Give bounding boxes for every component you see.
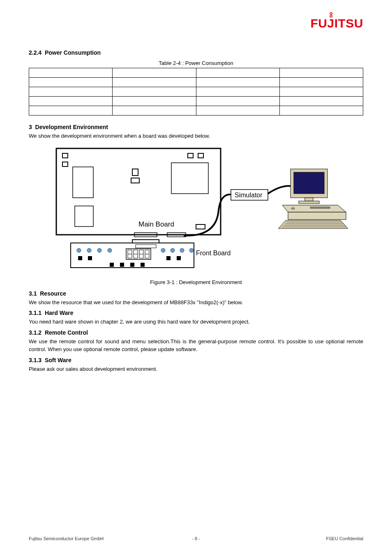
main-board-label: Main Board (138, 220, 174, 228)
body-text: Please ask our sales about development e… (29, 365, 363, 373)
section-heading: Remote Control (45, 329, 88, 336)
svg-point-22 (189, 248, 194, 252)
table-row (29, 97, 363, 106)
section-number: 3.1 (29, 290, 37, 297)
section-number: 3.1.2 (29, 329, 42, 336)
footer-right: FSEU Confidential (326, 536, 364, 541)
svg-rect-34 (110, 263, 114, 267)
section-hardware: 3.1.1 Hard Ware (29, 310, 363, 316)
svg-rect-35 (120, 263, 124, 267)
svg-point-19 (161, 248, 165, 252)
svg-rect-14 (136, 245, 156, 248)
svg-rect-1 (62, 153, 68, 158)
figure-caption: Figure 3-1 : Development Environment (29, 279, 363, 285)
svg-rect-6 (171, 163, 208, 194)
svg-rect-32 (78, 256, 82, 260)
svg-point-47 (291, 207, 295, 210)
svg-rect-42 (294, 172, 324, 194)
svg-rect-37 (141, 263, 145, 267)
svg-rect-46 (310, 207, 330, 208)
section-number: 2.2.4 (29, 49, 42, 56)
section-software: 3.1.3 Soft Ware (29, 357, 363, 363)
table-row (29, 87, 363, 97)
section-power-consumption: 2.2.4 Power Consumption (29, 49, 363, 56)
power-consumption-table (29, 68, 363, 116)
svg-rect-43 (305, 198, 313, 201)
fujitsu-logo: FUJITSU (310, 16, 363, 30)
section-heading: Soft Ware (45, 357, 71, 363)
section-number: 3.1.3 (29, 357, 42, 363)
svg-rect-3 (188, 153, 193, 158)
table-row (29, 68, 363, 78)
svg-point-16 (87, 248, 91, 252)
svg-rect-45 (288, 212, 346, 220)
section-heading: Power Consumption (45, 49, 101, 56)
svg-rect-9 (75, 206, 93, 227)
body-text: We show the development environment when… (29, 132, 363, 140)
svg-rect-10 (196, 224, 205, 229)
svg-point-15 (77, 248, 81, 252)
section-heading: Development Environment (35, 124, 108, 130)
dev-env-diagram: Main Board (44, 144, 348, 276)
svg-point-20 (171, 248, 175, 252)
svg-rect-33 (88, 256, 92, 260)
section-dev-env: 3 Development Environment (29, 124, 363, 130)
svg-rect-8 (131, 178, 139, 183)
section-remote-control: 3.1.2 Remote Control (29, 329, 363, 336)
section-heading: Hard Ware (45, 310, 74, 316)
simulator-label: Simulator (235, 192, 263, 199)
section-resource: 3.1 Resource (29, 290, 363, 297)
svg-rect-39 (177, 256, 181, 260)
page-footer: Fujitsu Semiconductor Europe GmbH - 8 - … (29, 536, 363, 541)
body-text: We show the resource that we used for th… (29, 298, 363, 307)
body-text: You need hard ware shown in chapter 2, w… (29, 318, 363, 326)
svg-point-17 (97, 248, 101, 252)
svg-rect-4 (198, 153, 203, 158)
svg-point-21 (180, 248, 184, 252)
svg-rect-38 (166, 256, 171, 260)
footer-page-number: - 8 - (192, 536, 200, 541)
table-row (29, 78, 363, 87)
section-heading: Resource (40, 290, 66, 297)
table-row (29, 106, 363, 116)
table-caption: Table 2-4 : Power Consumption (29, 60, 363, 66)
footer-left: Fujitsu Semiconductor Europe GmbH (29, 536, 104, 541)
svg-rect-5 (73, 167, 93, 198)
front-board-label: Front Board (196, 250, 231, 257)
svg-point-18 (108, 248, 112, 252)
svg-rect-36 (130, 263, 134, 267)
body-text: We use the remote control for sound and … (29, 338, 363, 354)
svg-rect-44 (299, 201, 319, 204)
section-number: 3.1.1 (29, 310, 42, 316)
svg-rect-7 (132, 169, 138, 176)
svg-rect-2 (62, 162, 68, 166)
section-number: 3 (29, 124, 32, 130)
